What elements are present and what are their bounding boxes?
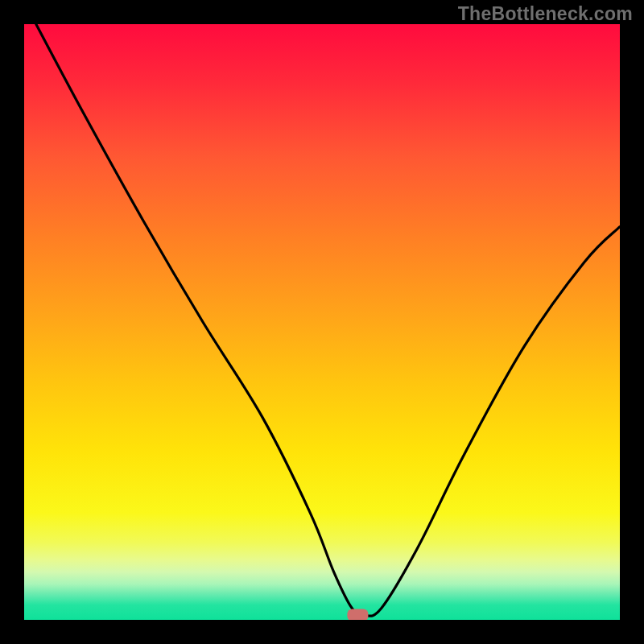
optimal-point-marker [347,609,368,620]
bottleneck-curve-path [36,24,620,616]
curve-svg [24,24,620,620]
chart-frame: TheBottleneck.com [0,0,644,644]
watermark-text: TheBottleneck.com [458,3,633,25]
plot-area [24,24,620,620]
